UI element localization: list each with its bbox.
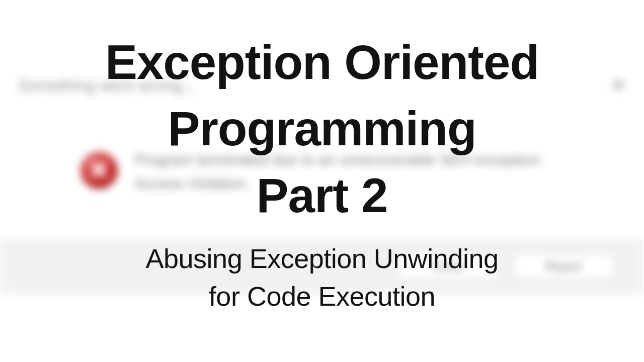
title-line: Part 2 — [257, 168, 388, 222]
title-line: Exception Oriented — [105, 35, 539, 89]
headline-overlay: Exception Oriented Programming Part 2 Ab… — [0, 0, 644, 362]
subtitle-line: for Code Execution — [209, 281, 435, 311]
headline-subtitle: Abusing Exception Unwinding for Code Exe… — [146, 240, 499, 315]
headline-title: Exception Oriented Programming Part 2 — [105, 29, 539, 229]
subtitle-line: Abusing Exception Unwinding — [146, 243, 499, 274]
title-line: Programming — [168, 102, 476, 155]
